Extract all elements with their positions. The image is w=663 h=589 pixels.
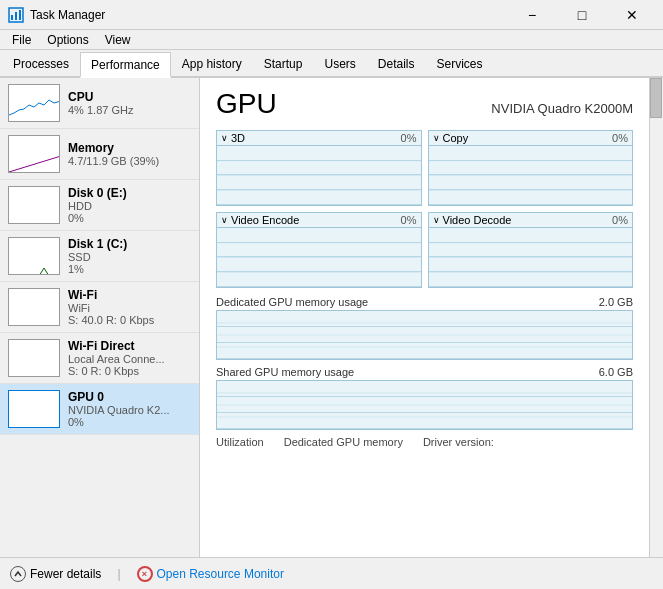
cpu-thumb: [8, 84, 60, 122]
chart-decode-pct: 0%: [612, 214, 628, 226]
chart-encode-label-row: ∨ Video Encode 0%: [217, 213, 421, 227]
chart-decode-area: [429, 227, 633, 287]
tab-services[interactable]: Services: [426, 50, 494, 76]
chart-3d-caret: ∨: [221, 133, 228, 143]
open-resource-monitor-button[interactable]: × Open Resource Monitor: [137, 566, 284, 582]
gpu-panel-subtitle: NVIDIA Quadro K2000M: [491, 101, 633, 116]
tab-app-history[interactable]: App history: [171, 50, 253, 76]
disk1-thumb: [8, 237, 60, 275]
menu-file[interactable]: File: [4, 31, 39, 49]
chart-decode-label: Video Decode: [443, 214, 512, 226]
sidebar-item-gpu[interactable]: GPU 0 NVIDIA Quadro K2... 0%: [0, 384, 199, 435]
window-controls: − □ ✕: [509, 0, 655, 30]
tab-users[interactable]: Users: [313, 50, 366, 76]
gpu-model: NVIDIA Quadro K2...: [68, 404, 191, 416]
sidebar: CPU 4% 1.87 GHz Memory 4.7/11.9 GB (39%): [0, 78, 200, 557]
tab-processes[interactable]: Processes: [2, 50, 80, 76]
svg-rect-3: [19, 10, 21, 20]
minimize-button[interactable]: −: [509, 0, 555, 30]
scrollbar[interactable]: [649, 78, 663, 557]
tab-performance[interactable]: Performance: [80, 52, 171, 78]
sidebar-item-memory[interactable]: Memory 4.7/11.9 GB (39%): [0, 129, 199, 180]
disk0-info: Disk 0 (E:) HDD 0%: [68, 186, 191, 224]
chart-encode-caret: ∨: [221, 215, 228, 225]
wifi-stats: S: 40.0 R: 0 Kbps: [68, 314, 191, 326]
chart-video-decode: ∨ Video Decode 0%: [428, 212, 634, 288]
gpu-header: GPU NVIDIA Quadro K2000M: [216, 88, 633, 120]
gpu-charts-grid: ∨ 3D 0% ∨ Copy 0%: [216, 130, 633, 288]
memory-info: Memory 4.7/11.9 GB (39%): [68, 141, 191, 167]
right-panel: GPU NVIDIA Quadro K2000M ∨ 3D 0%: [200, 78, 649, 557]
wifi-direct-info: Wi-Fi Direct Local Area Conne... S: 0 R:…: [68, 339, 191, 377]
gpu-info: GPU 0 NVIDIA Quadro K2... 0%: [68, 390, 191, 428]
sidebar-item-wifi[interactable]: Wi-Fi WiFi S: 40.0 R: 0 Kbps: [0, 282, 199, 333]
disk0-thumb: [8, 186, 60, 224]
dedicated-memory-section: Dedicated GPU memory usage 2.0 GB: [216, 296, 633, 360]
chart-copy-area: [429, 145, 633, 205]
maximize-button[interactable]: □: [559, 0, 605, 30]
chart-copy: ∨ Copy 0%: [428, 130, 634, 206]
fewer-details-label: Fewer details: [30, 567, 101, 581]
dedicated-value: 2.0 GB: [599, 296, 633, 308]
chart-encode-label: Video Encode: [231, 214, 299, 226]
bottom-stats: Utilization Dedicated GPU memory Driver …: [216, 436, 633, 448]
disk0-pct: 0%: [68, 212, 191, 224]
chart-copy-caret: ∨: [433, 133, 440, 143]
disk1-pct: 1%: [68, 263, 191, 275]
disk1-label: Disk 1 (C:): [68, 237, 191, 251]
dedicated-label: Dedicated GPU memory usage: [216, 296, 368, 308]
chart-3d-label-row: ∨ 3D 0%: [217, 131, 421, 145]
stat-driver: Driver version:: [423, 436, 494, 448]
chart-video-encode: ∨ Video Encode 0%: [216, 212, 422, 288]
svg-rect-1: [11, 15, 13, 20]
chart-3d: ∨ 3D 0%: [216, 130, 422, 206]
title-bar: Task Manager − □ ✕: [0, 0, 663, 30]
disk1-info: Disk 1 (C:) SSD 1%: [68, 237, 191, 275]
shared-value: 6.0 GB: [599, 366, 633, 378]
sidebar-item-disk0[interactable]: Disk 0 (E:) HDD 0%: [0, 180, 199, 231]
chart-encode-pct: 0%: [401, 214, 417, 226]
resource-monitor-icon: ×: [137, 566, 153, 582]
wifi-direct-label: Wi-Fi Direct: [68, 339, 191, 353]
chart-3d-pct: 0%: [401, 132, 417, 144]
tab-startup[interactable]: Startup: [253, 50, 314, 76]
app-icon: [8, 7, 24, 23]
sidebar-item-cpu[interactable]: CPU 4% 1.87 GHz: [0, 78, 199, 129]
dedicated-chart: [216, 310, 633, 360]
disk0-type: HDD: [68, 200, 191, 212]
gpu-thumb: [8, 390, 60, 428]
stat-dedicated-memory: Dedicated GPU memory: [284, 436, 403, 448]
chart-decode-caret: ∨: [433, 215, 440, 225]
gpu-pct: 0%: [68, 416, 191, 428]
wifi-direct-thumb: [8, 339, 60, 377]
fewer-details-button[interactable]: Fewer details: [10, 566, 101, 582]
chart-encode-area: [217, 227, 421, 287]
dedicated-label-row: Dedicated GPU memory usage 2.0 GB: [216, 296, 633, 308]
sidebar-item-disk1[interactable]: Disk 1 (C:) SSD 1%: [0, 231, 199, 282]
cpu-stats: 4% 1.87 GHz: [68, 104, 191, 116]
memory-label: Memory: [68, 141, 191, 155]
chart-copy-label: Copy: [443, 132, 469, 144]
open-resource-monitor-label: Open Resource Monitor: [157, 567, 284, 581]
wifi-thumb: [8, 288, 60, 326]
footer: Fewer details | × Open Resource Monitor: [0, 557, 663, 589]
menu-view[interactable]: View: [97, 31, 139, 49]
memory-thumb: [8, 135, 60, 173]
shared-label: Shared GPU memory usage: [216, 366, 354, 378]
scrollbar-thumb[interactable]: [650, 78, 662, 118]
menu-options[interactable]: Options: [39, 31, 96, 49]
stat-utilization: Utilization: [216, 436, 264, 448]
shared-memory-section: Shared GPU memory usage 6.0 GB: [216, 366, 633, 430]
chart-3d-label: 3D: [231, 132, 245, 144]
memory-stats: 4.7/11.9 GB (39%): [68, 155, 191, 167]
sidebar-item-wifi-direct[interactable]: Wi-Fi Direct Local Area Conne... S: 0 R:…: [0, 333, 199, 384]
close-button[interactable]: ✕: [609, 0, 655, 30]
tab-details[interactable]: Details: [367, 50, 426, 76]
window-title: Task Manager: [30, 8, 509, 22]
disk1-type: SSD: [68, 251, 191, 263]
wifi-direct-type: Local Area Conne...: [68, 353, 191, 365]
chart-copy-label-row: ∨ Copy 0%: [429, 131, 633, 145]
chart-3d-area: [217, 145, 421, 205]
svg-rect-2: [15, 12, 17, 20]
chart-copy-pct: 0%: [612, 132, 628, 144]
